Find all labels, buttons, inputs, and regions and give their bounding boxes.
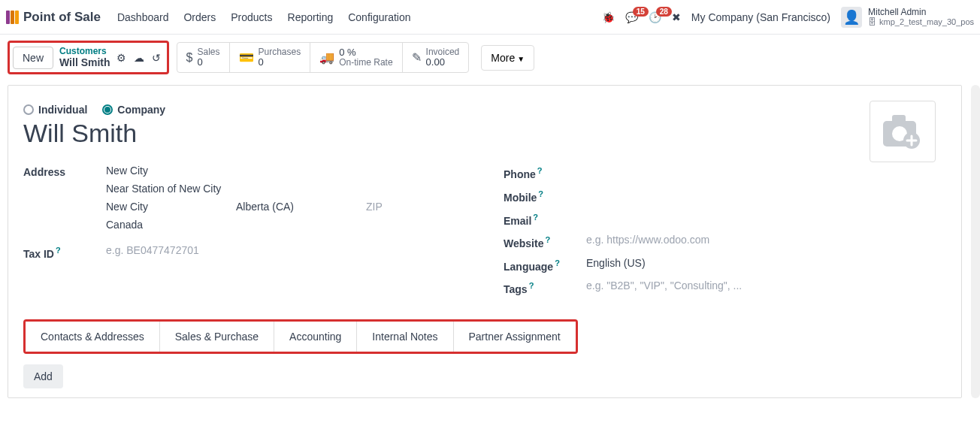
company-type-radio: Individual Company	[23, 104, 946, 116]
dollar-icon: $	[186, 51, 193, 65]
form-sheet: Individual Company Will Smith Address	[8, 85, 962, 398]
camera-icon	[882, 113, 924, 150]
credit-card-icon: 💳	[239, 50, 254, 65]
breadcrumb-parent[interactable]: Customers	[59, 46, 110, 56]
status-icons: ⚙ ☁ ↺	[116, 52, 161, 64]
database-icon: 🗄	[868, 17, 876, 27]
help-icon[interactable]: ?	[537, 166, 543, 175]
tools-icon[interactable]: ✖	[672, 11, 681, 23]
tags-input[interactable]: e.g. "B2B", "VIP", "Consulting", ...	[586, 279, 946, 292]
topbar: Point of Sale Dashboard Orders Products …	[0, 0, 980, 35]
db-name: 🗄kmp_2_test_may_30_pos	[868, 17, 974, 27]
label-tags: Tags?	[504, 279, 586, 295]
zip-input[interactable]: ZIP	[366, 201, 466, 213]
street2-input[interactable]: Near Station of New City	[106, 183, 466, 195]
help-icon[interactable]: ?	[529, 281, 534, 290]
bug-icon[interactable]: 🐞	[602, 11, 615, 23]
breadcrumb-highlight: New Customers Will Smith ⚙ ☁ ↺	[8, 41, 169, 74]
breadcrumb: Customers Will Smith	[59, 46, 110, 69]
company-selector[interactable]: My Company (San Francisco)	[691, 11, 830, 23]
form-columns: Address New City Near Station of New Cit…	[23, 165, 946, 303]
menu-orders[interactable]: Orders	[183, 11, 216, 23]
right-column: Phone? Mobile? Email? Website? e.g. http…	[504, 165, 946, 303]
help-icon[interactable]: ?	[555, 258, 560, 267]
help-icon[interactable]: ?	[538, 189, 543, 198]
user-menu[interactable]: 👤 Mitchell Admin 🗄kmp_2_test_may_30_pos	[841, 7, 974, 28]
tab-accounting[interactable]: Accounting	[274, 322, 357, 352]
tab-partner-assignment[interactable]: Partner Assignment	[454, 322, 576, 352]
field-website: Website? e.g. https://www.odoo.com	[504, 234, 946, 249]
label-mobile: Mobile?	[504, 188, 586, 204]
top-right: 🐞 💬15 🕑28 ✖ My Company (San Francisco) 👤…	[602, 7, 974, 28]
label-website: Website?	[504, 234, 586, 249]
left-column: Address New City Near Station of New Cit…	[23, 165, 466, 303]
field-tax-id: Tax ID? e.g. BE0477472701	[23, 244, 466, 260]
pencil-icon: ✎	[412, 50, 422, 65]
tab-internal-notes[interactable]: Internal Notes	[357, 322, 453, 352]
add-button[interactable]: Add	[23, 364, 63, 388]
user-name: Mitchell Admin	[868, 7, 974, 17]
menu-reporting[interactable]: Reporting	[288, 11, 334, 23]
language-select[interactable]: English (US)	[586, 257, 946, 269]
activities-badge: 28	[656, 7, 672, 17]
website-input[interactable]: e.g. https://www.odoo.com	[586, 234, 946, 246]
breadcrumb-current: Will Smith	[59, 56, 110, 69]
new-button[interactable]: New	[13, 47, 53, 69]
image-upload[interactable]	[870, 101, 936, 162]
radio-individual[interactable]: Individual	[23, 104, 87, 116]
cloud-save-icon[interactable]: ☁	[134, 52, 144, 64]
field-email: Email?	[504, 211, 946, 227]
activities-icon[interactable]: 🕑28	[649, 11, 661, 23]
city-input[interactable]: New City	[106, 201, 206, 213]
main-menu: Dashboard Orders Products Reporting Conf…	[117, 11, 411, 23]
record-name[interactable]: Will Smith	[23, 119, 946, 148]
label-language: Language?	[504, 257, 586, 273]
stat-sales[interactable]: $ Sales0	[177, 43, 230, 72]
messages-badge: 15	[633, 7, 649, 17]
stat-buttons: $ Sales0 💳 Purchases0 🚚 0 %On-time Rate …	[177, 42, 470, 73]
app-name: Point of Sale	[23, 10, 101, 25]
messages-icon[interactable]: 💬15	[625, 11, 638, 23]
more-button[interactable]: More▼	[481, 45, 534, 71]
field-language: Language? English (US)	[504, 257, 946, 273]
truck-icon: 🚚	[319, 50, 334, 65]
svg-rect-1	[892, 115, 906, 124]
tax-id-input[interactable]: e.g. BE0477472701	[106, 244, 466, 256]
radio-icon	[23, 104, 34, 115]
logo-icon	[6, 11, 19, 24]
menu-configuration[interactable]: Configuration	[348, 11, 410, 23]
control-bar: New Customers Will Smith ⚙ ☁ ↺ $ Sales0 …	[0, 35, 980, 85]
field-address: Address New City Near Station of New Cit…	[23, 165, 466, 237]
help-icon[interactable]: ?	[545, 235, 550, 244]
scrollbar[interactable]	[971, 85, 980, 398]
stat-ontime[interactable]: 🚚 0 %On-time Rate	[310, 43, 402, 72]
discard-icon[interactable]: ↺	[152, 52, 161, 64]
menu-products[interactable]: Products	[231, 11, 272, 23]
user-text: Mitchell Admin 🗄kmp_2_test_may_30_pos	[868, 7, 974, 28]
help-icon[interactable]: ?	[56, 246, 61, 255]
radio-icon	[102, 104, 113, 115]
field-phone: Phone?	[504, 165, 946, 180]
avatar: 👤	[841, 7, 862, 28]
chevron-down-icon: ▼	[517, 55, 525, 63]
street-input[interactable]: New City	[106, 165, 466, 177]
state-input[interactable]: Alberta (CA)	[236, 201, 336, 213]
label-tax-id: Tax ID?	[23, 244, 106, 260]
tab-sales-purchase[interactable]: Sales & Purchase	[160, 322, 274, 352]
label-phone: Phone?	[504, 165, 586, 180]
gear-icon[interactable]: ⚙	[116, 52, 126, 64]
radio-company[interactable]: Company	[102, 104, 165, 116]
field-tags: Tags? e.g. "B2B", "VIP", "Consulting", .…	[504, 279, 946, 295]
address-input-group[interactable]: New City Near Station of New City New Ci…	[106, 165, 466, 237]
tab-contacts-addresses[interactable]: Contacts & Addresses	[26, 322, 160, 352]
menu-dashboard[interactable]: Dashboard	[117, 11, 169, 23]
sheet-wrap: Individual Company Will Smith Address	[0, 85, 980, 398]
tabs-highlight: Contacts & Addresses Sales & Purchase Ac…	[23, 319, 578, 354]
country-input[interactable]: Canada	[106, 219, 466, 231]
app-logo[interactable]: Point of Sale	[6, 10, 108, 25]
field-mobile: Mobile?	[504, 188, 946, 204]
help-icon[interactable]: ?	[533, 213, 538, 222]
label-email: Email?	[504, 211, 586, 227]
stat-invoiced[interactable]: ✎ Invoiced0.00	[403, 43, 469, 72]
stat-purchases[interactable]: 💳 Purchases0	[230, 43, 311, 72]
